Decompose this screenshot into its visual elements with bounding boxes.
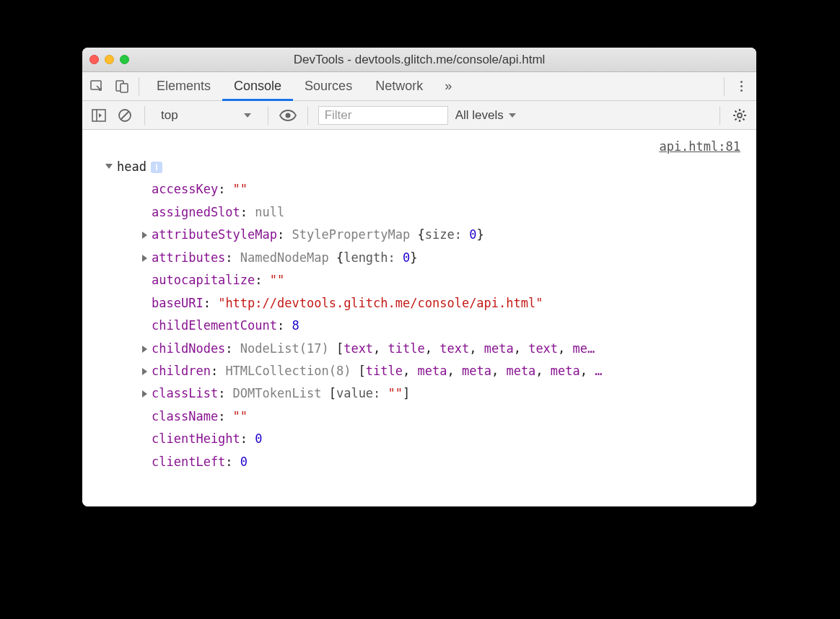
svg-point-7 <box>285 113 290 118</box>
tab-elements[interactable]: Elements <box>145 72 222 101</box>
property-row[interactable]: classList: DOMTokenList [value: ""] <box>141 382 749 405</box>
context-value: top <box>161 108 178 123</box>
disclosure-right-icon <box>142 255 147 262</box>
tab-sources[interactable]: Sources <box>293 72 364 101</box>
disclosure-right-icon <box>142 368 147 375</box>
tab-network[interactable]: Network <box>364 72 434 101</box>
disclosure-right-icon <box>142 346 147 353</box>
toggle-sidebar-icon[interactable] <box>89 106 108 125</box>
svg-point-8 <box>738 113 742 118</box>
property-key: classList <box>152 386 218 400</box>
disclosure-right-icon <box>142 390 147 398</box>
property-row[interactable]: clientHeight: 0 <box>141 428 749 450</box>
eye-icon[interactable] <box>279 106 297 125</box>
object-header[interactable]: head i <box>105 156 749 178</box>
svg-rect-2 <box>121 84 128 92</box>
property-value: "" <box>233 182 248 196</box>
close-button[interactable] <box>89 55 99 64</box>
more-tabs-button[interactable]: » <box>437 79 459 94</box>
property-key: attributeStyleMap <box>152 227 277 242</box>
filter-input[interactable] <box>318 106 448 125</box>
kebab-menu-icon[interactable] <box>730 81 752 92</box>
property-type: DOMTokenList <box>233 386 329 400</box>
property-key: assignedSlot <box>152 205 240 219</box>
property-key: clientHeight <box>152 431 240 446</box>
property-row[interactable]: className: "" <box>141 405 749 428</box>
property-type: HTMLCollection(8) <box>225 364 358 378</box>
property-key: baseURI <box>152 296 204 310</box>
property-key: clientLeft <box>152 455 225 469</box>
svg-line-13 <box>735 110 737 112</box>
property-type: StylePropertyMap <box>292 227 417 242</box>
inspect-icon[interactable] <box>87 76 108 97</box>
property-type: NamedNodeMap <box>240 250 336 265</box>
log-level-selector[interactable]: All levels <box>455 108 517 123</box>
clear-console-icon[interactable] <box>115 106 134 125</box>
property-type: NodeList(17) <box>240 341 336 356</box>
property-row[interactable]: baseURI: "http://devtools.glitch.me/cons… <box>141 292 749 315</box>
chevron-down-icon <box>243 108 252 123</box>
chevron-down-icon <box>508 112 517 119</box>
property-value: 0 <box>240 455 248 469</box>
divider <box>139 77 139 96</box>
property-row[interactable]: assignedSlot: null <box>141 201 749 224</box>
titlebar: DevTools - devtools.glitch.me/console/ap… <box>82 48 756 72</box>
property-value: 0 <box>255 431 262 446</box>
source-link[interactable]: api.html:81 <box>659 136 740 158</box>
tab-console[interactable]: Console <box>222 72 293 101</box>
divider <box>144 106 145 125</box>
device-toggle-icon[interactable] <box>111 76 133 97</box>
property-value: "http://devtools.glitch.me/console/api.h… <box>218 296 543 310</box>
property-row[interactable]: clientLeft: 0 <box>141 451 749 473</box>
main-tabbar: ElementsConsoleSourcesNetwork » <box>82 72 756 101</box>
svg-line-16 <box>743 110 744 112</box>
property-key: accessKey <box>152 182 218 196</box>
property-key: children <box>152 364 211 378</box>
property-row[interactable]: childElementCount: 8 <box>141 315 749 337</box>
property-value: null <box>255 205 284 219</box>
context-selector[interactable]: top <box>155 107 258 124</box>
property-row[interactable]: attributes: NamedNodeMap {length: 0} <box>141 247 749 269</box>
property-row[interactable]: childNodes: NodeList(17) [text, title, t… <box>141 338 749 360</box>
divider <box>307 106 308 125</box>
svg-line-14 <box>743 118 744 120</box>
divider <box>268 106 268 125</box>
divider <box>724 77 725 96</box>
property-key: childNodes <box>152 341 225 356</box>
property-row[interactable]: children: HTMLCollection(8) [title, meta… <box>141 360 749 382</box>
property-key: className <box>152 409 218 423</box>
console-toolbar: top All levels <box>82 101 756 130</box>
property-row[interactable]: attributeStyleMap: StylePropertyMap {siz… <box>141 224 749 246</box>
disclosure-right-icon <box>142 232 147 239</box>
maximize-button[interactable] <box>120 55 129 64</box>
traffic-lights <box>89 55 129 64</box>
property-value: "" <box>233 409 248 423</box>
level-value: All levels <box>455 108 504 123</box>
disclosure-down-icon <box>105 164 113 169</box>
logged-object: head i accessKey: ""assignedSlot: nullat… <box>82 130 756 473</box>
property-value: "" <box>270 273 284 287</box>
gear-icon[interactable] <box>730 106 749 125</box>
console-content: api.html:81 head i accessKey: ""assigned… <box>82 130 756 506</box>
minimize-button[interactable] <box>105 55 114 64</box>
property-key: childElementCount <box>152 318 277 333</box>
property-key: attributes <box>152 250 225 265</box>
window-title: DevTools - devtools.glitch.me/console/ap… <box>82 53 756 67</box>
divider <box>719 106 720 125</box>
object-properties: accessKey: ""assignedSlot: nullattribute… <box>105 178 749 473</box>
object-name: head <box>117 156 146 178</box>
svg-line-6 <box>121 111 129 119</box>
devtools-window: DevTools - devtools.glitch.me/console/ap… <box>82 48 756 506</box>
property-row[interactable]: autocapitalize: "" <box>141 269 749 291</box>
info-icon[interactable]: i <box>151 162 162 173</box>
svg-line-15 <box>735 118 737 120</box>
property-row[interactable]: accessKey: "" <box>141 178 749 201</box>
property-value: 8 <box>292 318 299 333</box>
property-key: autocapitalize <box>152 273 255 287</box>
